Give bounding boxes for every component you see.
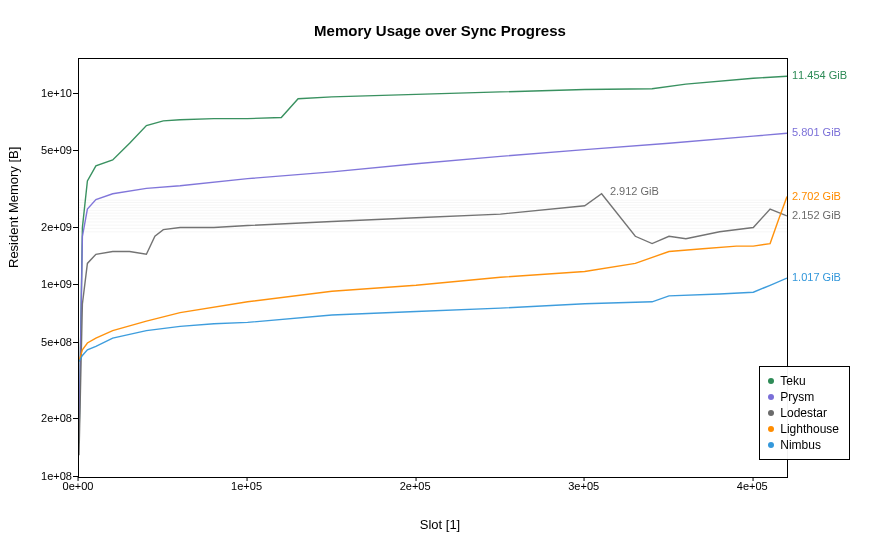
- series-end-label: 11.454 GiB: [792, 69, 847, 81]
- series-end-label: 2.152 GiB: [792, 209, 841, 221]
- x-axis-label: Slot [1]: [0, 517, 880, 532]
- x-tick: 3e+05: [568, 480, 599, 492]
- circle-icon: [768, 410, 774, 416]
- y-tick: 2e+08: [28, 412, 72, 424]
- plot-svg: [79, 59, 787, 477]
- y-tick: 5e+09: [28, 144, 72, 156]
- y-tick: 5e+08: [28, 336, 72, 348]
- legend-item-lighthouse: Lighthouse: [768, 421, 839, 437]
- circle-icon: [768, 394, 774, 400]
- legend-item-prysm: Prysm: [768, 389, 839, 405]
- series-end-label: 5.801 GiB: [792, 126, 841, 138]
- legend-label: Lighthouse: [780, 421, 839, 437]
- y-axis-label: Resident Memory [B]: [6, 147, 21, 268]
- series-end-label: 1.017 GiB: [792, 271, 841, 283]
- x-tick: 0e+00: [63, 480, 94, 492]
- legend-label: Teku: [780, 373, 805, 389]
- circle-icon: [768, 442, 774, 448]
- circle-icon: [768, 426, 774, 432]
- chart-container: Memory Usage over Sync Progress Resident…: [0, 0, 880, 540]
- legend: Teku Prysm Lodestar Lighthouse Nimbus: [759, 366, 850, 460]
- legend-label: Lodestar: [780, 405, 827, 421]
- legend-label: Prysm: [780, 389, 814, 405]
- chart-title: Memory Usage over Sync Progress: [0, 22, 880, 39]
- y-tick: 2e+09: [28, 221, 72, 233]
- circle-icon: [768, 378, 774, 384]
- plot-area: [78, 58, 788, 478]
- y-tick: 1e+09: [28, 278, 72, 290]
- series-end-label: 2.702 GiB: [792, 190, 841, 202]
- legend-label: Nimbus: [780, 437, 821, 453]
- series-end-label: 2.912 GiB: [610, 185, 659, 197]
- legend-item-lodestar: Lodestar: [768, 405, 839, 421]
- legend-item-teku: Teku: [768, 373, 839, 389]
- x-tick: 1e+05: [231, 480, 262, 492]
- legend-item-nimbus: Nimbus: [768, 437, 839, 453]
- x-tick: 4e+05: [737, 480, 768, 492]
- x-tick: 2e+05: [400, 480, 431, 492]
- y-tick: 1e+10: [28, 87, 72, 99]
